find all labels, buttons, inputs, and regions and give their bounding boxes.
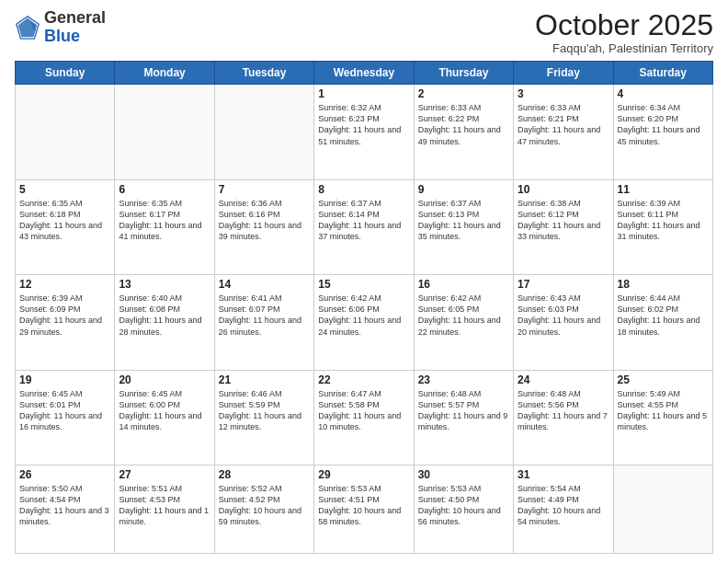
header-wednesday: Wednesday bbox=[314, 62, 414, 85]
day-info: Sunrise: 6:42 AM Sunset: 6:06 PM Dayligh… bbox=[318, 293, 409, 338]
day-number: 8 bbox=[318, 183, 409, 196]
day-number: 5 bbox=[19, 183, 110, 196]
day-number: 14 bbox=[219, 278, 310, 291]
table-row: 14Sunrise: 6:41 AM Sunset: 6:07 PM Dayli… bbox=[214, 275, 313, 370]
day-number: 6 bbox=[119, 183, 210, 196]
day-info: Sunrise: 6:47 AM Sunset: 5:58 PM Dayligh… bbox=[318, 388, 409, 433]
day-number: 10 bbox=[518, 183, 609, 196]
table-row: 20Sunrise: 6:45 AM Sunset: 6:00 PM Dayli… bbox=[115, 370, 214, 465]
day-number: 22 bbox=[318, 373, 409, 386]
day-info: Sunrise: 6:41 AM Sunset: 6:07 PM Dayligh… bbox=[219, 293, 310, 338]
day-number: 24 bbox=[518, 373, 609, 386]
day-info: Sunrise: 5:49 AM Sunset: 4:55 PM Dayligh… bbox=[618, 388, 709, 433]
day-number: 29 bbox=[318, 468, 409, 481]
day-number: 31 bbox=[518, 468, 609, 481]
day-number: 27 bbox=[119, 468, 210, 481]
day-info: Sunrise: 6:40 AM Sunset: 6:08 PM Dayligh… bbox=[119, 293, 210, 338]
table-row: 8Sunrise: 6:37 AM Sunset: 6:14 PM Daylig… bbox=[314, 179, 414, 274]
title-block: October 2025 Faqqu'ah, Palestinian Terri… bbox=[535, 9, 713, 55]
header-thursday: Thursday bbox=[414, 62, 513, 85]
day-info: Sunrise: 6:46 AM Sunset: 5:59 PM Dayligh… bbox=[219, 388, 310, 433]
day-number: 12 bbox=[19, 278, 110, 291]
day-info: Sunrise: 6:39 AM Sunset: 6:11 PM Dayligh… bbox=[618, 198, 709, 243]
day-number: 21 bbox=[219, 373, 310, 386]
day-info: Sunrise: 6:33 AM Sunset: 6:22 PM Dayligh… bbox=[418, 102, 509, 147]
table-row: 23Sunrise: 6:48 AM Sunset: 5:57 PM Dayli… bbox=[414, 370, 513, 465]
day-number: 26 bbox=[19, 468, 110, 481]
day-info: Sunrise: 6:39 AM Sunset: 6:09 PM Dayligh… bbox=[19, 293, 110, 338]
day-info: Sunrise: 6:45 AM Sunset: 6:00 PM Dayligh… bbox=[119, 388, 210, 433]
day-number: 25 bbox=[618, 373, 709, 386]
table-row bbox=[613, 465, 712, 554]
table-row: 7Sunrise: 6:36 AM Sunset: 6:16 PM Daylig… bbox=[214, 179, 313, 274]
table-row: 2Sunrise: 6:33 AM Sunset: 6:22 PM Daylig… bbox=[414, 85, 513, 179]
table-row: 16Sunrise: 6:42 AM Sunset: 6:05 PM Dayli… bbox=[414, 275, 513, 370]
day-number: 2 bbox=[418, 87, 509, 100]
table-row: 29Sunrise: 5:53 AM Sunset: 4:51 PM Dayli… bbox=[314, 465, 414, 554]
table-row: 3Sunrise: 6:33 AM Sunset: 6:21 PM Daylig… bbox=[514, 85, 613, 179]
day-number: 16 bbox=[418, 278, 509, 291]
calendar-week-row: 5Sunrise: 6:35 AM Sunset: 6:18 PM Daylig… bbox=[16, 179, 713, 274]
day-info: Sunrise: 6:48 AM Sunset: 5:57 PM Dayligh… bbox=[418, 388, 509, 433]
day-info: Sunrise: 6:37 AM Sunset: 6:14 PM Dayligh… bbox=[318, 198, 409, 243]
day-info: Sunrise: 5:53 AM Sunset: 4:50 PM Dayligh… bbox=[418, 483, 509, 528]
calendar-table: Sunday Monday Tuesday Wednesday Thursday… bbox=[15, 61, 713, 554]
header-saturday: Saturday bbox=[613, 62, 712, 85]
table-row: 9Sunrise: 6:37 AM Sunset: 6:13 PM Daylig… bbox=[414, 179, 513, 274]
day-number: 28 bbox=[219, 468, 310, 481]
table-row: 12Sunrise: 6:39 AM Sunset: 6:09 PM Dayli… bbox=[16, 275, 115, 370]
day-info: Sunrise: 6:44 AM Sunset: 6:02 PM Dayligh… bbox=[618, 293, 709, 338]
day-number: 3 bbox=[518, 87, 609, 100]
day-info: Sunrise: 5:52 AM Sunset: 4:52 PM Dayligh… bbox=[219, 483, 310, 528]
table-row: 1Sunrise: 6:32 AM Sunset: 6:23 PM Daylig… bbox=[314, 85, 414, 179]
table-row bbox=[16, 85, 115, 179]
day-number: 13 bbox=[119, 278, 210, 291]
logo-text: General Blue bbox=[44, 9, 106, 46]
day-info: Sunrise: 6:38 AM Sunset: 6:12 PM Dayligh… bbox=[518, 198, 609, 243]
day-info: Sunrise: 6:36 AM Sunset: 6:16 PM Dayligh… bbox=[219, 198, 310, 243]
table-row: 25Sunrise: 5:49 AM Sunset: 4:55 PM Dayli… bbox=[613, 370, 712, 465]
day-info: Sunrise: 6:34 AM Sunset: 6:20 PM Dayligh… bbox=[618, 102, 709, 147]
table-row: 6Sunrise: 6:35 AM Sunset: 6:17 PM Daylig… bbox=[115, 179, 214, 274]
table-row: 21Sunrise: 6:46 AM Sunset: 5:59 PM Dayli… bbox=[214, 370, 313, 465]
day-info: Sunrise: 6:43 AM Sunset: 6:03 PM Dayligh… bbox=[518, 293, 609, 338]
day-info: Sunrise: 5:53 AM Sunset: 4:51 PM Dayligh… bbox=[318, 483, 409, 528]
header-friday: Friday bbox=[514, 62, 613, 85]
table-row: 18Sunrise: 6:44 AM Sunset: 6:02 PM Dayli… bbox=[613, 275, 712, 370]
calendar-week-row: 12Sunrise: 6:39 AM Sunset: 6:09 PM Dayli… bbox=[16, 275, 713, 370]
day-info: Sunrise: 6:35 AM Sunset: 6:17 PM Dayligh… bbox=[119, 198, 210, 243]
header-sunday: Sunday bbox=[16, 62, 115, 85]
table-row: 17Sunrise: 6:43 AM Sunset: 6:03 PM Dayli… bbox=[514, 275, 613, 370]
day-info: Sunrise: 6:32 AM Sunset: 6:23 PM Dayligh… bbox=[318, 102, 409, 147]
day-info: Sunrise: 6:48 AM Sunset: 5:56 PM Dayligh… bbox=[518, 388, 609, 433]
day-number: 20 bbox=[119, 373, 210, 386]
table-row: 15Sunrise: 6:42 AM Sunset: 6:06 PM Dayli… bbox=[314, 275, 414, 370]
table-row bbox=[214, 85, 313, 179]
header-tuesday: Tuesday bbox=[214, 62, 313, 85]
table-row: 30Sunrise: 5:53 AM Sunset: 4:50 PM Dayli… bbox=[414, 465, 513, 554]
table-row: 26Sunrise: 5:50 AM Sunset: 4:54 PM Dayli… bbox=[16, 465, 115, 554]
table-row: 22Sunrise: 6:47 AM Sunset: 5:58 PM Dayli… bbox=[314, 370, 414, 465]
table-row: 31Sunrise: 5:54 AM Sunset: 4:49 PM Dayli… bbox=[514, 465, 613, 554]
day-info: Sunrise: 6:35 AM Sunset: 6:18 PM Dayligh… bbox=[19, 198, 110, 243]
day-info: Sunrise: 6:37 AM Sunset: 6:13 PM Dayligh… bbox=[418, 198, 509, 243]
day-number: 19 bbox=[19, 373, 110, 386]
day-number: 17 bbox=[518, 278, 609, 291]
day-number: 30 bbox=[418, 468, 509, 481]
calendar-week-row: 19Sunrise: 6:45 AM Sunset: 6:01 PM Dayli… bbox=[16, 370, 713, 465]
day-info: Sunrise: 5:50 AM Sunset: 4:54 PM Dayligh… bbox=[19, 483, 110, 528]
days-header-row: Sunday Monday Tuesday Wednesday Thursday… bbox=[16, 62, 713, 85]
table-row: 5Sunrise: 6:35 AM Sunset: 6:18 PM Daylig… bbox=[16, 179, 115, 274]
calendar-week-row: 26Sunrise: 5:50 AM Sunset: 4:54 PM Dayli… bbox=[16, 465, 713, 554]
table-row: 28Sunrise: 5:52 AM Sunset: 4:52 PM Dayli… bbox=[214, 465, 313, 554]
day-info: Sunrise: 5:51 AM Sunset: 4:53 PM Dayligh… bbox=[119, 483, 210, 528]
day-number: 4 bbox=[618, 87, 709, 100]
calendar-subtitle: Faqqu'ah, Palestinian Territory bbox=[535, 41, 713, 55]
header: General Blue October 2025 Faqqu'ah, Pale… bbox=[15, 9, 713, 55]
table-row bbox=[115, 85, 214, 179]
calendar-title: October 2025 bbox=[535, 9, 713, 41]
logo-icon bbox=[15, 15, 40, 40]
day-number: 1 bbox=[318, 87, 409, 100]
day-number: 23 bbox=[418, 373, 509, 386]
day-info: Sunrise: 6:33 AM Sunset: 6:21 PM Dayligh… bbox=[518, 102, 609, 147]
